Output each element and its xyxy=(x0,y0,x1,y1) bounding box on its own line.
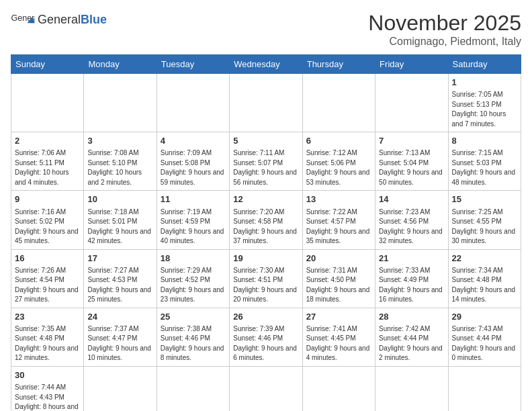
day-number: 4 xyxy=(161,135,226,147)
title-area: November 2025 Comignago, Piedmont, Italy xyxy=(368,11,521,48)
calendar-cell xyxy=(375,366,448,411)
day-info: Sunrise: 7:42 AM Sunset: 4:44 PM Dayligh… xyxy=(379,324,444,363)
weekday-header: Wednesday xyxy=(230,55,302,74)
day-info: Sunrise: 7:41 AM Sunset: 4:45 PM Dayligh… xyxy=(306,324,371,363)
day-number: 14 xyxy=(379,193,444,205)
day-info: Sunrise: 7:30 AM Sunset: 4:51 PM Dayligh… xyxy=(233,266,298,305)
day-number: 19 xyxy=(233,253,298,265)
day-info: Sunrise: 7:26 AM Sunset: 4:54 PM Dayligh… xyxy=(15,266,80,305)
calendar-cell: 7Sunrise: 7:13 AM Sunset: 5:04 PM Daylig… xyxy=(375,132,448,191)
calendar-cell: 17Sunrise: 7:27 AM Sunset: 4:53 PM Dayli… xyxy=(84,249,157,308)
day-info: Sunrise: 7:16 AM Sunset: 5:02 PM Dayligh… xyxy=(15,208,80,246)
day-info: Sunrise: 7:18 AM Sunset: 5:01 PM Dayligh… xyxy=(87,208,152,246)
day-info: Sunrise: 7:08 AM Sunset: 5:10 PM Dayligh… xyxy=(87,148,152,187)
day-info: Sunrise: 7:05 AM Sunset: 5:13 PM Dayligh… xyxy=(452,90,517,129)
day-number: 10 xyxy=(87,193,152,205)
calendar-cell: 19Sunrise: 7:30 AM Sunset: 4:51 PM Dayli… xyxy=(230,249,302,308)
page-header: General GeneralBlue November 2025 Comign… xyxy=(11,11,521,48)
location-title: Comignago, Piedmont, Italy xyxy=(368,36,521,48)
day-info: Sunrise: 7:39 AM Sunset: 4:46 PM Dayligh… xyxy=(233,324,298,363)
calendar-cell: 3Sunrise: 7:08 AM Sunset: 5:10 PM Daylig… xyxy=(84,132,157,191)
calendar-week-row: 30Sunrise: 7:44 AM Sunset: 4:43 PM Dayli… xyxy=(11,366,521,411)
day-number: 6 xyxy=(306,135,371,147)
calendar-cell xyxy=(375,74,448,132)
calendar-cell: 5Sunrise: 7:11 AM Sunset: 5:07 PM Daylig… xyxy=(230,132,302,191)
day-info: Sunrise: 7:29 AM Sunset: 4:52 PM Dayligh… xyxy=(161,266,226,305)
day-number: 23 xyxy=(15,311,80,323)
calendar-cell: 20Sunrise: 7:31 AM Sunset: 4:50 PM Dayli… xyxy=(302,249,375,308)
calendar-cell: 24Sunrise: 7:37 AM Sunset: 4:47 PM Dayli… xyxy=(84,308,157,366)
calendar-header-row: SundayMondayTuesdayWednesdayThursdayFrid… xyxy=(11,55,521,74)
day-info: Sunrise: 7:31 AM Sunset: 4:50 PM Dayligh… xyxy=(306,266,371,305)
calendar-cell: 27Sunrise: 7:41 AM Sunset: 4:45 PM Dayli… xyxy=(302,308,375,366)
day-info: Sunrise: 7:27 AM Sunset: 4:53 PM Dayligh… xyxy=(87,266,152,305)
calendar-cell xyxy=(302,74,375,132)
calendar-cell: 1Sunrise: 7:05 AM Sunset: 5:13 PM Daylig… xyxy=(448,74,521,132)
calendar-cell: 6Sunrise: 7:12 AM Sunset: 5:06 PM Daylig… xyxy=(302,132,375,191)
day-number: 3 xyxy=(87,135,152,147)
day-info: Sunrise: 7:43 AM Sunset: 4:44 PM Dayligh… xyxy=(452,324,517,363)
calendar-cell xyxy=(84,74,157,132)
day-info: Sunrise: 7:12 AM Sunset: 5:06 PM Dayligh… xyxy=(306,148,371,187)
day-number: 15 xyxy=(452,193,517,205)
day-number: 24 xyxy=(87,311,152,323)
calendar-cell: 8Sunrise: 7:15 AM Sunset: 5:03 PM Daylig… xyxy=(448,132,521,191)
calendar-cell: 13Sunrise: 7:22 AM Sunset: 4:57 PM Dayli… xyxy=(302,191,375,249)
calendar-cell: 29Sunrise: 7:43 AM Sunset: 4:44 PM Dayli… xyxy=(448,308,521,366)
calendar-cell: 14Sunrise: 7:23 AM Sunset: 4:56 PM Dayli… xyxy=(375,191,448,249)
day-info: Sunrise: 7:25 AM Sunset: 4:55 PM Dayligh… xyxy=(452,208,517,246)
day-info: Sunrise: 7:20 AM Sunset: 4:58 PM Dayligh… xyxy=(233,208,298,246)
day-number: 22 xyxy=(452,253,517,265)
calendar-cell xyxy=(157,74,229,132)
day-info: Sunrise: 7:34 AM Sunset: 4:48 PM Dayligh… xyxy=(452,266,517,305)
weekday-header: Tuesday xyxy=(157,55,229,74)
calendar-cell: 11Sunrise: 7:19 AM Sunset: 4:59 PM Dayli… xyxy=(157,191,229,249)
calendar-week-row: 1Sunrise: 7:05 AM Sunset: 5:13 PM Daylig… xyxy=(11,74,521,132)
weekday-header: Monday xyxy=(84,55,157,74)
day-info: Sunrise: 7:37 AM Sunset: 4:47 PM Dayligh… xyxy=(87,324,152,363)
day-number: 9 xyxy=(15,193,80,205)
logo-icon: General xyxy=(11,11,35,30)
day-number: 16 xyxy=(15,253,80,265)
calendar-cell: 21Sunrise: 7:33 AM Sunset: 4:49 PM Dayli… xyxy=(375,249,448,308)
day-number: 25 xyxy=(161,311,226,323)
day-number: 30 xyxy=(15,369,80,381)
calendar-cell xyxy=(448,366,521,411)
calendar-cell: 15Sunrise: 7:25 AM Sunset: 4:55 PM Dayli… xyxy=(448,191,521,249)
calendar-table: SundayMondayTuesdayWednesdayThursdayFrid… xyxy=(11,54,521,411)
calendar-cell xyxy=(84,366,157,411)
day-info: Sunrise: 7:06 AM Sunset: 5:11 PM Dayligh… xyxy=(15,148,80,187)
day-info: Sunrise: 7:38 AM Sunset: 4:46 PM Dayligh… xyxy=(161,324,226,363)
calendar-week-row: 16Sunrise: 7:26 AM Sunset: 4:54 PM Dayli… xyxy=(11,249,521,308)
calendar-cell: 30Sunrise: 7:44 AM Sunset: 4:43 PM Dayli… xyxy=(11,366,84,411)
day-number: 21 xyxy=(379,253,444,265)
day-number: 8 xyxy=(452,135,517,147)
day-number: 20 xyxy=(306,253,371,265)
calendar-cell: 28Sunrise: 7:42 AM Sunset: 4:44 PM Dayli… xyxy=(375,308,448,366)
logo: General GeneralBlue xyxy=(11,11,107,30)
day-info: Sunrise: 7:22 AM Sunset: 4:57 PM Dayligh… xyxy=(306,208,371,246)
calendar-cell: 22Sunrise: 7:34 AM Sunset: 4:48 PM Dayli… xyxy=(448,249,521,308)
day-number: 27 xyxy=(306,311,371,323)
day-number: 26 xyxy=(233,311,298,323)
day-info: Sunrise: 7:33 AM Sunset: 4:49 PM Dayligh… xyxy=(379,266,444,305)
day-info: Sunrise: 7:23 AM Sunset: 4:56 PM Dayligh… xyxy=(379,208,444,246)
weekday-header: Friday xyxy=(375,55,448,74)
day-info: Sunrise: 7:44 AM Sunset: 4:43 PM Dayligh… xyxy=(15,383,80,411)
calendar-cell: 23Sunrise: 7:35 AM Sunset: 4:48 PM Dayli… xyxy=(11,308,84,366)
calendar-cell xyxy=(157,366,229,411)
calendar-cell: 25Sunrise: 7:38 AM Sunset: 4:46 PM Dayli… xyxy=(157,308,229,366)
day-info: Sunrise: 7:09 AM Sunset: 5:08 PM Dayligh… xyxy=(161,148,226,187)
calendar-cell xyxy=(11,74,84,132)
calendar-cell: 16Sunrise: 7:26 AM Sunset: 4:54 PM Dayli… xyxy=(11,249,84,308)
calendar-cell xyxy=(302,366,375,411)
day-number: 5 xyxy=(233,135,298,147)
day-number: 28 xyxy=(379,311,444,323)
day-info: Sunrise: 7:11 AM Sunset: 5:07 PM Dayligh… xyxy=(233,148,298,187)
weekday-header: Saturday xyxy=(448,55,521,74)
day-number: 13 xyxy=(306,193,371,205)
calendar-cell xyxy=(230,366,302,411)
day-number: 29 xyxy=(452,311,517,323)
day-number: 2 xyxy=(15,135,80,147)
day-number: 7 xyxy=(379,135,444,147)
